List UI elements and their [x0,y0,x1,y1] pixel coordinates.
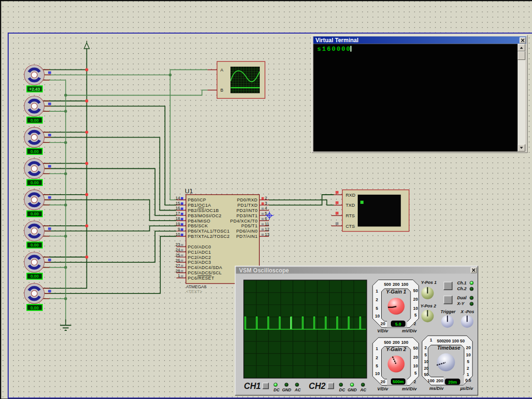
svg-text:5: 5 [414,313,417,317]
svg-text:PD7/AIN1: PD7/AIN1 [236,234,258,239]
svg-text:500: 500 [384,340,391,345]
svg-text:X -Pos: X -Pos [460,309,474,314]
svg-text:20: 20 [413,297,418,302]
svg-text:0.5: 0.5 [465,378,471,383]
svg-text:1: 1 [376,346,378,351]
svg-text:10: 10 [413,364,418,368]
svg-text:AC: AC [294,387,301,392]
svg-text:2: 2 [414,379,416,384]
svg-text:2: 2 [424,345,427,350]
svg-text:PD5/T1: PD5/T1 [242,223,258,228]
svg-text:+2.43: +2.43 [29,87,40,92]
svg-text:PC1/ADC1: PC1/ADC1 [188,250,211,255]
svg-text:100: 100 [427,378,435,383]
svg-text:0.00: 0.00 [30,149,38,154]
svg-text:14: 14 [175,196,180,200]
svg-text:11: 11 [265,222,269,226]
svg-text:PB5/SCK: PB5/SCK [188,223,208,228]
svg-text:PD2/INT0: PD2/INT0 [236,208,257,213]
svg-text:PB2/SS/OC1B: PB2/SS/OC1B [188,208,219,213]
svg-text:Dual: Dual [457,295,467,300]
svg-text:200: 200 [436,378,443,383]
svg-text:V/Div: V/Div [377,329,389,333]
svg-text:19: 19 [175,222,180,226]
svg-text:5: 5 [414,371,417,376]
svg-text:DC: DC [339,387,345,392]
svg-text:PC6/RESET: PC6/RESET [188,276,214,281]
svg-text:13: 13 [265,232,270,237]
svg-text:PB6/XTAL1/TOSC1: PB6/XTAL1/TOSC1 [188,229,230,234]
svg-text:Timebase: Timebase [437,345,460,351]
svg-text:17: 17 [175,211,180,216]
svg-text:5.0: 5.0 [395,322,401,327]
svg-text:Y-Pos 2: Y-Pos 2 [421,304,436,308]
svg-text:20: 20 [424,366,429,371]
svg-text:CTS: CTS [346,223,355,229]
svg-text:50: 50 [413,346,418,351]
svg-text:CH1: CH1 [244,381,261,391]
svg-text:Y-Gain 1: Y-Gain 1 [386,289,406,294]
svg-text:RTS: RTS [346,213,355,218]
svg-text:PC0/ADC0: PC0/ADC0 [188,245,211,249]
svg-text:1: 1 [376,289,378,293]
svg-text:1: 1 [467,372,469,377]
svg-text:PC3/ADC3: PC3/ADC3 [188,260,211,265]
svg-text:µs/Div: µs/Div [459,386,473,391]
svg-text:16: 16 [175,206,180,211]
svg-text:3: 3 [265,201,267,206]
svg-text:12: 12 [265,227,270,232]
svg-text:Y-Gain 2: Y-Gain 2 [386,346,406,352]
svg-text:X-Y: X-Y [457,301,465,306]
svg-text:23: 23 [175,242,180,247]
svg-text:50: 50 [460,339,465,343]
svg-text:2: 2 [376,297,378,302]
svg-text:PB0/ICP: PB0/ICP [188,198,206,202]
svg-text:PD0/RXD: PD0/RXD [237,198,257,202]
svg-text:1: 1 [178,273,180,278]
svg-text:10: 10 [413,306,418,311]
svg-text:5: 5 [376,364,378,368]
svg-text:10: 10 [375,371,380,376]
svg-text:24: 24 [175,247,180,252]
svg-text:6: 6 [265,216,267,221]
svg-text:10: 10 [175,232,180,237]
svg-text:10: 10 [375,314,380,318]
svg-text:s160000: s160000 [317,46,351,53]
svg-text:26: 26 [175,258,180,263]
svg-text:500: 500 [384,282,391,287]
svg-text:TXD: TXD [346,202,355,208]
svg-text:Y-Pos 1: Y-Pos 1 [421,280,436,285]
svg-text:mV/Div: mV/Div [402,329,417,333]
svg-text:<TEXT>: <TEXT> [186,289,203,294]
svg-text:2: 2 [414,321,416,326]
svg-text:PD3/INT1: PD3/INT1 [236,213,257,218]
svg-text:2: 2 [467,366,469,371]
svg-text:0.00: 0.00 [30,274,38,279]
svg-text:10: 10 [466,352,471,357]
svg-text:VSM Oscilloscope: VSM Oscilloscope [239,267,289,274]
svg-text:5: 5 [424,352,427,357]
svg-text:20: 20 [413,355,418,360]
svg-text:50: 50 [424,372,429,377]
svg-text:B: B [220,88,223,93]
svg-text:Ch.2: Ch.2 [457,286,467,291]
svg-text:0.00: 0.00 [30,211,38,216]
svg-text:mV/Div: mV/Div [402,387,417,391]
svg-text:2: 2 [265,196,267,200]
svg-text:10: 10 [424,359,429,364]
svg-text:200: 200 [393,340,400,345]
svg-text:1: 1 [430,338,432,342]
svg-text:PC2/ADC2: PC2/ADC2 [188,255,211,260]
svg-text:V/Div: V/Div [377,387,389,391]
svg-text:100: 100 [401,282,409,287]
svg-text:200: 200 [444,339,451,343]
svg-text:0.00: 0.00 [30,305,38,310]
svg-text:PC4/ADC4/SDA: PC4/ADC4/SDA [188,265,222,270]
svg-text:A: A [220,68,223,72]
svg-text:Trigger: Trigger [441,309,456,314]
svg-text:27: 27 [175,263,180,268]
svg-text:ms/Div: ms/Div [429,386,444,391]
svg-text:GND: GND [282,387,291,392]
svg-text:Virtual Terminal: Virtual Terminal [315,37,359,44]
svg-text:50: 50 [413,288,418,293]
